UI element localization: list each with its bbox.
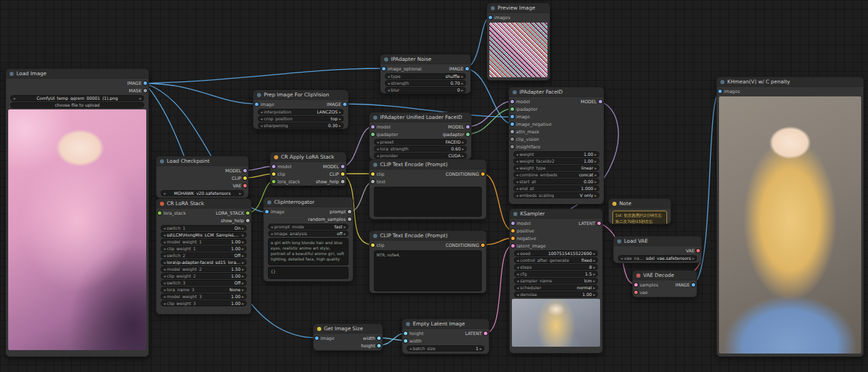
widget-switch_1[interactable]: ◂switch_1On▸ xyxy=(161,225,247,231)
arrow-right-icon[interactable]: ▸ xyxy=(339,110,341,114)
node-empty-latent-image[interactable]: Empty Latent ImageheightLATENTwidth◂batc… xyxy=(402,319,489,354)
widget-start_at[interactable]: ◂start_at0.00▸ xyxy=(513,178,599,185)
arrow-right-icon[interactable]: ▸ xyxy=(462,147,464,151)
input-port-negative[interactable] xyxy=(511,237,515,240)
output-port-CONDITIONING[interactable] xyxy=(481,172,485,176)
widget-vae_name[interactable]: ◂vae_namesdxl_vae.safetensors▸ xyxy=(618,255,697,261)
widget-type[interactable]: ◂typeshuffle▸ xyxy=(385,73,466,79)
arrow-left-icon[interactable]: ◂ xyxy=(271,232,273,236)
arrow-right-icon[interactable]: ▸ xyxy=(242,288,244,292)
input-port-image_negative[interactable] xyxy=(511,122,514,126)
node-ipadapter-noise[interactable]: IPAdapter Noiseimage_optionalIMAGE◂types… xyxy=(380,54,471,94)
arrow-right-icon[interactable]: ▸ xyxy=(239,191,241,196)
node-load-checkpoint[interactable]: Load CheckpointMODELCLIPVAE◂MOHAWK_v20.s… xyxy=(156,156,249,198)
upload-button[interactable]: choose file to upload xyxy=(10,102,144,108)
widget-seed[interactable]: ◂seed1007515415522690▸ xyxy=(514,250,598,256)
arrow-right-icon[interactable]: ▸ xyxy=(593,252,595,256)
widget-weight[interactable]: ◂weight1.00▸ xyxy=(513,151,599,157)
output-port-MODEL[interactable] xyxy=(341,165,344,168)
arrow-left-icon[interactable]: ◂ xyxy=(163,274,165,278)
widget-value[interactable]: ◂ComfyUI_temp_qqrem_00001_(1).png▸ xyxy=(10,95,144,101)
arrow-left-icon[interactable]: ◂ xyxy=(377,140,379,144)
arrow-right-icon[interactable]: ▸ xyxy=(595,173,597,177)
text-area[interactable]: a girl with long blonde hair and blue ey… xyxy=(268,238,349,265)
widget-batch_size[interactable]: ◂batch_size1▸ xyxy=(407,345,485,351)
input-port-lora_stack[interactable] xyxy=(272,180,275,183)
input-port-clip_vision[interactable] xyxy=(511,137,514,141)
input-port-image[interactable] xyxy=(511,115,514,118)
arrow-right-icon[interactable]: ▸ xyxy=(593,279,595,283)
output-port-MODEL[interactable] xyxy=(599,100,602,103)
node-get-image-size[interactable]: Get Image Sizeimagewidthheight xyxy=(313,323,383,351)
widget-value[interactable]: ◂MOHAWK_v20.safetensors▸ xyxy=(161,190,244,196)
node-load-image[interactable]: Load ImageIMAGEMASK◂ComfyUI_temp_qqrem_0… xyxy=(5,68,149,357)
arrow-left-icon[interactable]: ◂ xyxy=(13,96,15,101)
arrow-left-icon[interactable]: ◂ xyxy=(163,261,165,265)
arrow-right-icon[interactable]: ▸ xyxy=(242,226,244,230)
output-port-VAE[interactable] xyxy=(243,184,247,187)
collapse-icon[interactable] xyxy=(267,200,271,204)
output-port-MASK[interactable] xyxy=(144,89,147,92)
node-graph-canvas[interactable]: Load ImageIMAGEMASK◂ComfyUI_temp_qqrem_0… xyxy=(0,0,868,372)
output-port-IMAGE[interactable] xyxy=(465,67,469,70)
widget-denoise[interactable]: ◂denoise1.00▸ xyxy=(514,291,598,297)
arrow-left-icon[interactable]: ◂ xyxy=(517,272,519,276)
widget-combine_embeds[interactable]: ◂combine_embedsconcat▸ xyxy=(513,172,599,178)
arrow-left-icon[interactable]: ◂ xyxy=(163,302,165,306)
input-port-image[interactable] xyxy=(265,210,269,213)
widget-end_at[interactable]: ◂end_at1.000▸ xyxy=(513,185,599,191)
collapse-icon[interactable] xyxy=(513,90,517,94)
arrow-left-icon[interactable]: ◂ xyxy=(260,117,262,121)
arrow-left-icon[interactable]: ◂ xyxy=(516,173,518,177)
text-area[interactable]: NTR, nsfw4, xyxy=(374,250,482,291)
node-ksampler[interactable]: KSamplermodelLATENTpositivenegativelaten… xyxy=(509,209,603,354)
widget-switch_3[interactable]: ◂switch_3Off▸ xyxy=(161,280,247,286)
arrow-right-icon[interactable]: ▸ xyxy=(461,75,463,79)
collapse-icon[interactable] xyxy=(10,72,14,76)
input-port-model[interactable] xyxy=(511,222,515,225)
widget-weight_faceidv2[interactable]: ◂weight_faceidv21.00▸ xyxy=(513,158,599,164)
arrow-left-icon[interactable]: ◂ xyxy=(163,254,165,258)
arrow-right-icon[interactable]: ▸ xyxy=(692,256,694,261)
output-port-LORA_STACK[interactable] xyxy=(246,211,249,215)
collapse-icon[interactable] xyxy=(257,93,261,97)
arrow-left-icon[interactable]: ◂ xyxy=(163,226,165,230)
node-cr-lora-stack[interactable]: CR LoRA Stacklora_stackLORA_STACKshow_he… xyxy=(156,198,252,315)
input-port-image[interactable] xyxy=(315,336,318,340)
arrow-left-icon[interactable]: ◂ xyxy=(517,286,519,290)
node-clip-text-encode-positive[interactable]: CLIP Text Encode (Prompt)clipCONDITIONIN… xyxy=(369,159,487,220)
arrow-right-icon[interactable]: ▸ xyxy=(339,117,341,121)
widget-clip_weight_2[interactable]: ◂clip_weight_21.00▸ xyxy=(161,273,247,279)
widget-blur[interactable]: ◂blur0▸ xyxy=(385,87,466,93)
input-port-model[interactable] xyxy=(511,100,514,103)
input-port-model[interactable] xyxy=(272,165,275,168)
widget-sharpening[interactable]: ◂sharpening0.30▸ xyxy=(258,122,344,129)
arrow-right-icon[interactable]: ▸ xyxy=(595,159,597,163)
arrow-right-icon[interactable]: ▸ xyxy=(595,187,597,191)
arrow-right-icon[interactable]: ▸ xyxy=(480,347,482,351)
node-cr-apply-lora-stack[interactable]: CR Apply LoRA StackmodelMODELclipCLIPlor… xyxy=(270,152,347,186)
widget-embeds_scaling[interactable]: ◂embeds_scalingV only▸ xyxy=(513,192,599,198)
arrow-left-icon[interactable]: ◂ xyxy=(163,247,165,251)
collapse-icon[interactable] xyxy=(513,212,517,216)
output-port-show_help[interactable] xyxy=(341,180,344,183)
text-area[interactable]: {} xyxy=(268,267,349,279)
arrow-right-icon[interactable]: ▸ xyxy=(344,225,346,229)
widget-clip_weight_3[interactable]: ◂clip_weight_31.00▸ xyxy=(161,300,247,306)
arrow-right-icon[interactable]: ▸ xyxy=(344,232,346,236)
widget-value[interactable]: ◂lora\ip-adapter-faceid_sd15_lora.safete… xyxy=(161,259,247,265)
collapse-icon[interactable] xyxy=(274,155,278,159)
widget-clip_weight_1[interactable]: ◂clip_weight_11.00▸ xyxy=(161,245,247,252)
node-prep-image-clipvision[interactable]: Prep Image For ClipVisionimageIMAGE◂inte… xyxy=(253,90,349,129)
collapse-icon[interactable] xyxy=(617,239,621,243)
widget-prompt_mode[interactable]: ◂prompt_modefast▸ xyxy=(268,224,349,230)
widget-lora_name_3[interactable]: ◂lora_name_3None▸ xyxy=(161,287,247,293)
widget-lora_strength[interactable]: ◂lora_strength0.60▸ xyxy=(374,146,467,152)
node-final-preview[interactable]: KHmean(V) w/ C penaltyimages xyxy=(716,77,864,357)
arrow-right-icon[interactable]: ▸ xyxy=(242,240,244,244)
input-port-image_optional[interactable] xyxy=(382,67,385,70)
arrow-left-icon[interactable]: ◂ xyxy=(163,233,165,237)
input-port-positive[interactable] xyxy=(511,229,515,232)
widget-preset[interactable]: ◂presetFACEID▸ xyxy=(374,139,467,145)
arrow-right-icon[interactable]: ▸ xyxy=(593,272,595,276)
